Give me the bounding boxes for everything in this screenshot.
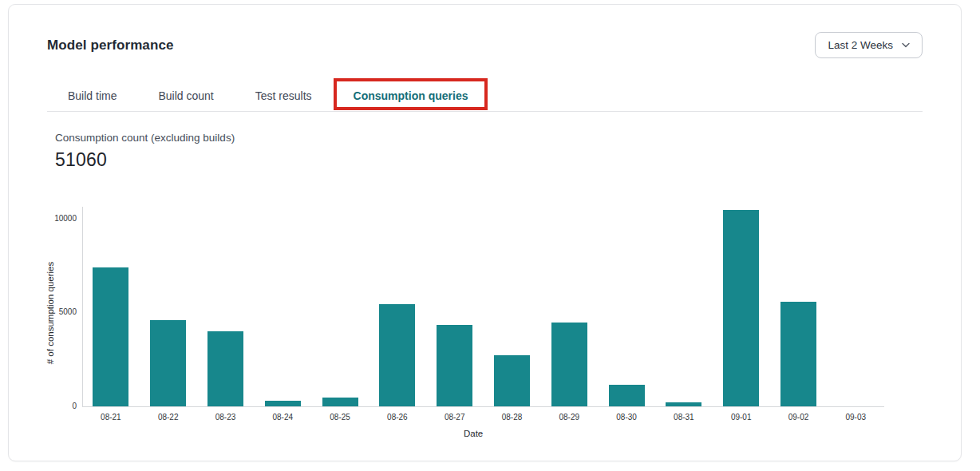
date-range-value: Last 2 Weeks bbox=[828, 39, 893, 51]
x-tick-label: 08-25 bbox=[311, 413, 369, 422]
tab-build-time[interactable]: Build time bbox=[47, 81, 137, 111]
y-tick-label: 10000 bbox=[34, 214, 77, 223]
x-tick-label: 08-28 bbox=[484, 413, 541, 422]
chart-bar-08-29[interactable] bbox=[551, 323, 587, 406]
tab-build-count[interactable]: Build count bbox=[137, 81, 234, 111]
page-title: Model performance bbox=[47, 38, 174, 53]
chart-bar-08-22[interactable] bbox=[150, 320, 186, 406]
x-tick-label: 08-26 bbox=[369, 413, 426, 422]
chart-bar-09-02[interactable] bbox=[780, 302, 816, 406]
tab-label: Consumption queries bbox=[354, 89, 468, 102]
tab-label: Test results bbox=[255, 89, 312, 102]
x-tick-label: 08-30 bbox=[598, 413, 655, 422]
chevron-down-icon bbox=[902, 42, 910, 48]
x-tick-label: 08-29 bbox=[540, 413, 598, 422]
tab-label: Build time bbox=[68, 89, 117, 102]
metric-block: Consumption count (excluding builds) 510… bbox=[55, 132, 923, 171]
y-axis-line bbox=[82, 207, 83, 406]
chart-bar-08-26[interactable] bbox=[379, 304, 415, 406]
x-tick-label: 08-22 bbox=[140, 413, 197, 422]
metric-value: 51060 bbox=[55, 149, 923, 171]
x-axis-line bbox=[82, 406, 884, 407]
chart-bar-08-23[interactable] bbox=[207, 331, 243, 406]
tab-consumption-queries[interactable]: Consumption queries bbox=[333, 81, 489, 111]
x-tick-label: 08-27 bbox=[426, 413, 484, 422]
x-tick-label: 08-23 bbox=[197, 413, 255, 422]
y-tick-label: 5000 bbox=[34, 307, 77, 316]
chart-bar-08-28[interactable] bbox=[494, 355, 530, 406]
chart-bar-08-27[interactable] bbox=[437, 325, 472, 406]
consumption-chart: # of consumption queries 050001000008-21… bbox=[9, 207, 962, 456]
y-tick-label: 0 bbox=[34, 402, 77, 410]
x-tick-label: 08-21 bbox=[82, 413, 140, 422]
chart-bar-08-21[interactable] bbox=[93, 267, 128, 406]
tab-bar: Build time Build count Test results Cons… bbox=[47, 81, 923, 112]
chart-bar-08-31[interactable] bbox=[666, 402, 701, 406]
date-range-dropdown[interactable]: Last 2 Weeks bbox=[815, 32, 923, 58]
x-tick-label: 08-31 bbox=[655, 413, 713, 422]
model-performance-card: Model performance Last 2 Weeks Build tim… bbox=[8, 4, 962, 461]
x-tick-label: 09-03 bbox=[827, 413, 884, 422]
tab-test-results[interactable]: Test results bbox=[235, 81, 333, 111]
x-tick-label: 08-24 bbox=[254, 413, 311, 422]
chart-bar-08-30[interactable] bbox=[609, 385, 645, 406]
x-tick-label: 09-02 bbox=[770, 413, 828, 422]
tab-label: Build count bbox=[158, 89, 213, 102]
chart-bar-08-25[interactable] bbox=[322, 398, 358, 406]
x-axis-title: Date bbox=[82, 429, 864, 438]
metric-label: Consumption count (excluding builds) bbox=[55, 132, 923, 144]
chart-bar-08-24[interactable] bbox=[265, 401, 301, 406]
x-tick-label: 09-01 bbox=[713, 413, 770, 422]
chart-bar-09-01[interactable] bbox=[723, 210, 759, 406]
card-header: Model performance Last 2 Weeks bbox=[9, 5, 961, 58]
